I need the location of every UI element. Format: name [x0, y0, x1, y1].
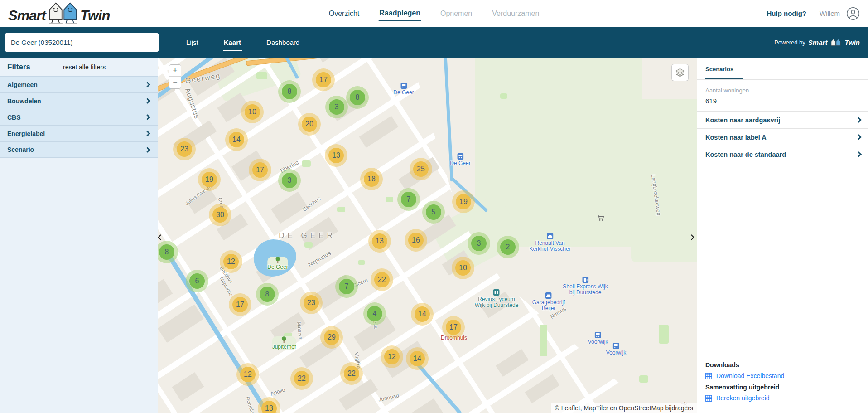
tab-kaart[interactable]: Kaart — [211, 27, 254, 58]
search-input[interactable] — [5, 33, 159, 52]
spreadsheet-icon — [705, 395, 712, 402]
scenario-rows: Kosten naar aardgasvrijKosten naar label… — [697, 112, 868, 163]
tab-scenarios[interactable]: Scenarios — [705, 66, 733, 73]
help-link[interactable]: Hulp nodig? — [767, 10, 806, 17]
filters-title: Filters — [7, 63, 30, 72]
powered-brand-smart: Smart — [808, 39, 828, 46]
map-zoom-control: + − — [169, 64, 181, 89]
filter-item-cbs[interactable]: CBS — [0, 109, 158, 125]
chevron-right-icon — [145, 82, 150, 87]
map-cluster-marker[interactable]: 7 — [401, 192, 416, 207]
filter-item-algemeen[interactable]: Algemeen — [0, 76, 158, 92]
map-cluster-marker[interactable]: 3 — [471, 236, 487, 251]
nav-overzicht[interactable]: Overzicht — [328, 7, 361, 20]
zoom-in-button[interactable]: + — [169, 65, 181, 77]
powered-houses-icon — [830, 39, 842, 47]
poi-fuel-stop: Shell Express Wijk bij Duurstede — [563, 277, 608, 296]
poi-car-stop: Renault Van Kerkhof-Visscher — [529, 233, 570, 252]
map-cluster-marker[interactable]: 8 — [350, 90, 365, 105]
map-cluster-marker[interactable]: 4 — [367, 306, 382, 321]
nav-raadplegen[interactable]: Raadplegen — [378, 6, 421, 21]
zoom-out-button[interactable]: − — [169, 77, 181, 88]
filter-item-bouwdelen[interactable]: Bouwdelen — [0, 92, 158, 109]
filters-sidebar: Filters reset alle filters AlgemeenBouwd… — [0, 58, 158, 413]
map-canvas[interactable]: + − © Leaflet, MapTiler en OpenStreetMap… — [158, 58, 697, 413]
map-cluster-marker[interactable]: 10 — [245, 104, 260, 120]
chevron-right-icon — [856, 117, 862, 123]
map-cluster-marker[interactable]: 16 — [408, 233, 424, 248]
layers-control[interactable] — [671, 64, 689, 81]
map-cluster-marker[interactable]: 19 — [202, 172, 217, 187]
map-cluster-marker[interactable]: 20 — [302, 117, 317, 132]
map-cluster-marker[interactable]: 8 — [159, 244, 174, 260]
map-cluster-marker[interactable]: 13 — [261, 401, 277, 413]
map-cluster-marker[interactable]: 22 — [344, 366, 359, 381]
school-icon — [493, 289, 500, 296]
collapse-left-arrow[interactable] — [159, 235, 164, 241]
stat-value: 619 — [705, 97, 860, 105]
download-excel-link[interactable]: Download Excelbestand — [705, 372, 860, 379]
view-tabs: LijstKaartDashboard — [174, 27, 312, 58]
map-cluster-marker[interactable]: 22 — [294, 371, 309, 386]
map-cluster-marker[interactable]: 18 — [364, 171, 379, 187]
map-cluster-marker[interactable]: 23 — [304, 295, 319, 311]
map-cluster-marker[interactable]: 7 — [339, 279, 354, 294]
map-cluster-marker[interactable]: 17 — [252, 162, 268, 178]
powered-by: Powered by Smart Twin — [774, 39, 860, 47]
map-cluster-marker[interactable]: 5 — [426, 204, 441, 220]
chevron-right-icon — [145, 98, 150, 104]
map-cluster-marker[interactable]: 10 — [455, 260, 471, 276]
smart-twin-app: Smart Twin OverzichtRaadplegenOpnemenVer… — [0, 0, 868, 413]
filter-item-scenario[interactable]: Scenario — [0, 141, 158, 158]
map-cluster-marker[interactable]: 14 — [410, 351, 425, 366]
powered-by-text: Powered by — [774, 39, 805, 46]
reset-filters-link[interactable]: reset alle filters — [63, 63, 106, 71]
bus-icon — [400, 83, 407, 89]
tab-dashboard[interactable]: Dashboard — [254, 27, 312, 58]
map-cluster-marker[interactable]: 8 — [282, 84, 297, 99]
scenario-row[interactable]: Kosten naar aardgasvrij — [697, 112, 868, 129]
collapse-right-arrow[interactable] — [690, 235, 695, 241]
scenario-row[interactable]: Kosten naar de standaard — [697, 146, 868, 163]
map-cluster-marker[interactable]: 3 — [282, 173, 297, 188]
compute-extended-link[interactable]: Bereken uitgebreid — [705, 394, 860, 402]
bus-icon — [613, 343, 619, 349]
scenario-panel: Scenarios Aantal woningen 619 Kosten naa… — [697, 58, 868, 413]
map-cluster-marker[interactable]: 13 — [328, 148, 344, 163]
map-attribution[interactable]: © Leaflet, MapTiler en OpenStreetMap bij… — [551, 403, 697, 413]
summary-title: Samenvatting uitgebreid — [705, 384, 860, 391]
car-icon — [547, 233, 553, 239]
map-cluster-marker[interactable]: 12 — [384, 349, 400, 364]
map-cluster-marker[interactable]: 6 — [189, 273, 205, 289]
user-avatar-icon[interactable] — [846, 7, 860, 20]
filter-item-energielabel[interactable]: Energielabel — [0, 125, 158, 141]
map-cluster-marker[interactable]: 17 — [316, 72, 331, 87]
map-cluster-marker[interactable]: 17 — [446, 320, 461, 335]
map-cluster-marker[interactable]: 14 — [415, 306, 430, 322]
logo-houses-icon — [46, 1, 80, 26]
tab-lijst[interactable]: Lijst — [174, 27, 211, 58]
nav-verduurzamen[interactable]: Verduurzamen — [491, 7, 540, 20]
nav-opnemen[interactable]: Opnemen — [439, 7, 473, 20]
map-cluster-marker[interactable]: 17 — [232, 297, 248, 312]
map-cluster-marker[interactable]: 12 — [240, 367, 256, 382]
poi-label: Droomhuis — [441, 334, 467, 341]
map-cluster-marker[interactable]: 3 — [329, 99, 344, 115]
panel-bottom: Downloads Download Excelbestand Samenvat… — [697, 361, 868, 413]
map-cluster-marker[interactable]: 8 — [260, 287, 275, 302]
map-cluster-marker[interactable]: 22 — [374, 272, 390, 287]
map-cluster-marker[interactable]: 23 — [177, 141, 192, 157]
map-cluster-marker[interactable]: 2 — [500, 239, 516, 255]
map-cluster-marker[interactable]: 30 — [212, 207, 228, 223]
powered-brand-twin: Twin — [844, 39, 860, 46]
map-cluster-marker[interactable]: 19 — [456, 194, 471, 209]
app-logo: Smart Twin — [8, 1, 110, 26]
map-cluster-marker[interactable]: 12 — [223, 254, 239, 269]
user-name[interactable]: Willem — [820, 10, 840, 17]
scenario-row[interactable]: Kosten naar label A — [697, 129, 868, 146]
map-cluster-marker[interactable]: 29 — [324, 330, 339, 345]
map-cluster-marker[interactable]: 13 — [372, 233, 387, 249]
map-cluster-marker[interactable]: 25 — [413, 161, 429, 177]
map-cluster-marker[interactable]: 14 — [229, 132, 244, 147]
top-header: Smart Twin OverzichtRaadplegenOpnemenVer… — [0, 0, 868, 27]
